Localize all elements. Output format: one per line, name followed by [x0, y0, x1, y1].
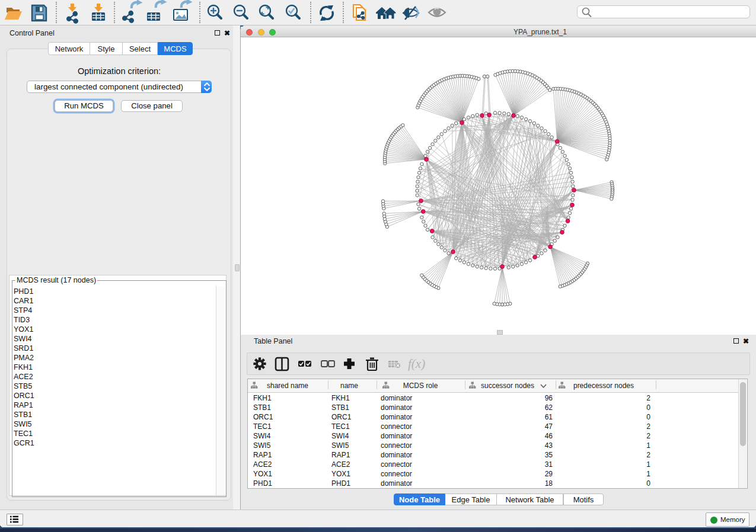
svg-text:f(x): f(x)	[408, 357, 425, 371]
